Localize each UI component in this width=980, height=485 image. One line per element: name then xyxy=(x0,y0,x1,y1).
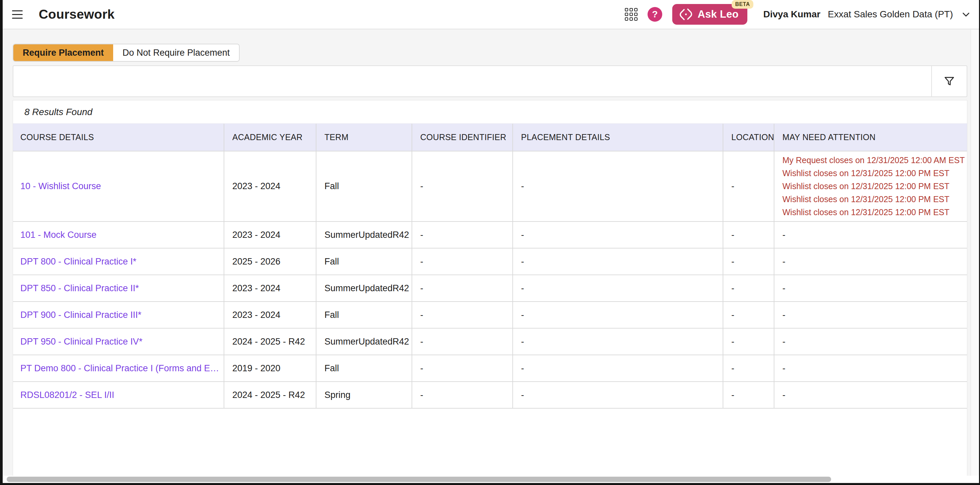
course-link[interactable]: DPT 900 - Clinical Practice III* xyxy=(21,310,220,320)
attention-cell: - xyxy=(774,275,967,301)
help-icon[interactable]: ? xyxy=(648,7,662,22)
filter-button[interactable] xyxy=(931,66,967,97)
app-bar: Coursework ? Ask Leo BETA xyxy=(3,0,979,29)
table-row: PT Demo 800 - Clinical Practice I (Forms… xyxy=(13,355,967,382)
course-link[interactable]: PT Demo 800 - Clinical Practice I (Forms… xyxy=(21,363,220,374)
col-term: TERM xyxy=(316,124,412,151)
col-course-identifier: COURSE IDENTIFIER xyxy=(412,124,513,151)
placement-cell: - xyxy=(513,328,723,355)
table-row: DPT 850 - Clinical Practice II* 2023 - 2… xyxy=(13,275,967,301)
course-link[interactable]: DPT 950 - Clinical Practice IV* xyxy=(21,336,220,347)
horizontal-scrollbar-thumb[interactable] xyxy=(7,477,831,482)
attention-line: My Request closes on 12/31/2025 12:00 AM… xyxy=(783,154,963,167)
table-row: 101 - Mock Course 2023 - 2024 SummerUpda… xyxy=(13,222,967,248)
identifier-cell: - xyxy=(412,151,513,222)
apps-grid-icon[interactable] xyxy=(625,8,638,21)
table-row: RDSL08201/2 - SEL I/II 2024 - 2025 - R42… xyxy=(13,382,967,408)
attention-cell: - xyxy=(774,222,967,248)
term-cell: SummerUpdatedR42 xyxy=(316,328,412,355)
ask-leo-button[interactable]: Ask Leo BETA xyxy=(672,4,747,25)
table-row: DPT 950 - Clinical Practice IV* 2024 - 2… xyxy=(13,328,967,355)
vertical-scrollbar-track[interactable] xyxy=(970,30,979,476)
filter-bar xyxy=(13,65,967,97)
ask-leo-label: Ask Leo xyxy=(698,8,739,21)
identifier-cell: - xyxy=(412,248,513,275)
attention-cell: My Request closes on 12/31/2025 12:00 AM… xyxy=(774,151,967,222)
location-cell: - xyxy=(723,355,774,382)
placement-cell: - xyxy=(513,301,723,328)
academic-year-cell: 2023 - 2024 xyxy=(224,275,316,301)
account-menu[interactable]: Divya Kumar Exxat Sales Golden Data (PT) xyxy=(764,9,972,20)
table-row: 10 - Wishlist Course 2023 - 2024 Fall - … xyxy=(13,151,967,222)
location-cell: - xyxy=(723,328,774,355)
results-panel: 8 Results Found COURSE DETAILS ACADEMIC … xyxy=(13,100,967,476)
term-cell: Fall xyxy=(316,151,412,222)
location-cell: - xyxy=(723,301,774,328)
placement-tabset: Require Placement Do Not Require Placeme… xyxy=(13,44,240,62)
col-course-details: COURSE DETAILS xyxy=(13,124,224,151)
location-cell: - xyxy=(723,222,774,248)
identifier-cell: - xyxy=(412,222,513,248)
placement-cell: - xyxy=(513,222,723,248)
course-link[interactable]: DPT 850 - Clinical Practice II* xyxy=(21,283,220,293)
col-academic-year: ACADEMIC YEAR xyxy=(224,124,316,151)
identifier-cell: - xyxy=(412,382,513,408)
attention-line: Wishlist closes on 12/31/2025 12:00 PM E… xyxy=(783,193,963,206)
academic-year-cell: 2023 - 2024 xyxy=(224,222,316,248)
col-location: LOCATION ... xyxy=(723,124,774,151)
course-link[interactable]: DPT 800 - Clinical Practice I* xyxy=(21,257,220,267)
app-bar-right: ? Ask Leo BETA Divya Kumar Exxat Sal xyxy=(625,4,974,25)
hamburger-menu-icon[interactable] xyxy=(12,7,27,22)
academic-year-cell: 2025 - 2026 xyxy=(224,248,316,275)
term-cell: SummerUpdatedR42 xyxy=(316,275,412,301)
term-cell: SummerUpdatedR42 xyxy=(316,222,412,248)
placement-cell: - xyxy=(513,275,723,301)
course-link[interactable]: 101 - Mock Course xyxy=(21,230,220,240)
course-link[interactable]: RDSL08201/2 - SEL I/II xyxy=(21,390,220,400)
academic-year-cell: 2024 - 2025 - R42 xyxy=(224,328,316,355)
location-cell: - xyxy=(723,382,774,408)
placement-cell: - xyxy=(513,151,723,222)
placement-cell: - xyxy=(513,355,723,382)
placement-cell: - xyxy=(513,248,723,275)
beta-badge: BETA xyxy=(732,0,753,9)
col-may-need-attention: MAY NEED ATTENTION xyxy=(774,124,967,151)
term-cell: Fall xyxy=(316,248,412,275)
academic-year-cell: 2023 - 2024 xyxy=(224,301,316,328)
attention-cell: - xyxy=(774,248,967,275)
term-cell: Spring xyxy=(316,382,412,408)
identifier-cell: - xyxy=(412,301,513,328)
course-link[interactable]: 10 - Wishlist Course xyxy=(21,181,220,192)
tab-require-placement[interactable]: Require Placement xyxy=(13,44,113,61)
location-cell: - xyxy=(723,151,774,222)
academic-year-cell: 2023 - 2024 xyxy=(224,151,316,222)
location-cell: - xyxy=(723,248,774,275)
horizontal-scrollbar-track[interactable] xyxy=(3,475,979,483)
identifier-cell: - xyxy=(412,355,513,382)
app-window: Coursework ? Ask Leo BETA xyxy=(0,0,980,485)
identifier-cell: - xyxy=(412,328,513,355)
term-cell: Fall xyxy=(316,355,412,382)
col-placement-details: PLACEMENT DETAILS xyxy=(513,124,723,151)
chevron-down-icon[interactable] xyxy=(960,9,972,20)
attention-line: Wishlist closes on 12/31/2025 12:00 PM E… xyxy=(783,206,963,219)
coursework-table: COURSE DETAILS ACADEMIC YEAR TERM COURSE… xyxy=(13,124,967,409)
filter-bar-spacer xyxy=(13,66,931,97)
academic-year-cell: 2024 - 2025 - R42 xyxy=(224,382,316,408)
attention-cell: - xyxy=(774,328,967,355)
tab-do-not-require-placement[interactable]: Do Not Require Placement xyxy=(113,44,239,61)
table-row: DPT 800 - Clinical Practice I* 2025 - 20… xyxy=(13,248,967,275)
location-cell: - xyxy=(723,275,774,301)
results-count: 8 Results Found xyxy=(13,100,967,124)
table-row: DPT 900 - Clinical Practice III* 2023 - … xyxy=(13,301,967,328)
academic-year-cell: 2019 - 2020 xyxy=(224,355,316,382)
attention-cell: - xyxy=(774,382,967,408)
attention-cell: - xyxy=(774,301,967,328)
page-title: Coursework xyxy=(39,7,115,22)
user-name: Divya Kumar xyxy=(764,9,821,20)
attention-cell: - xyxy=(774,355,967,382)
filter-funnel-icon xyxy=(943,75,956,88)
attention-line: Wishlist closes on 12/31/2025 12:00 PM E… xyxy=(783,167,963,180)
placement-cell: - xyxy=(513,382,723,408)
account-name: Exxat Sales Golden Data (PT) xyxy=(828,9,953,20)
